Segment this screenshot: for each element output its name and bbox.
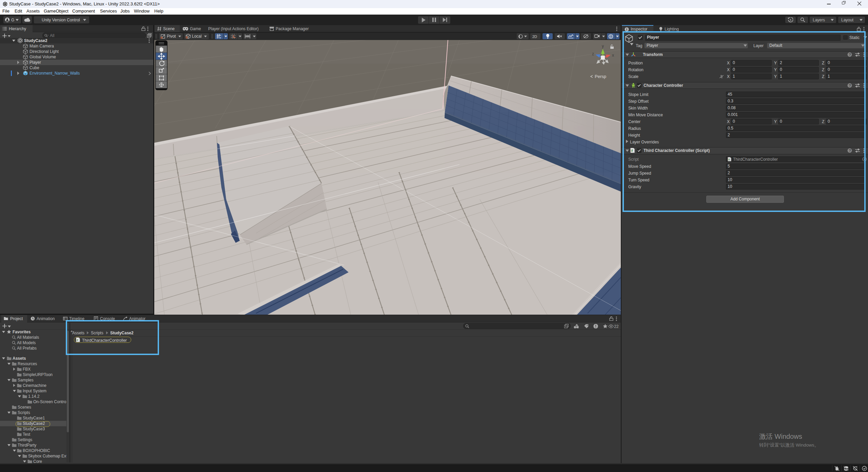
svg-text:z: z	[592, 52, 594, 56]
svg-text:x: x	[612, 53, 614, 58]
svg-text:y: y	[602, 44, 604, 48]
svg-text:Persp: Persp	[595, 74, 606, 79]
svg-text:Y: Y	[219, 36, 221, 39]
